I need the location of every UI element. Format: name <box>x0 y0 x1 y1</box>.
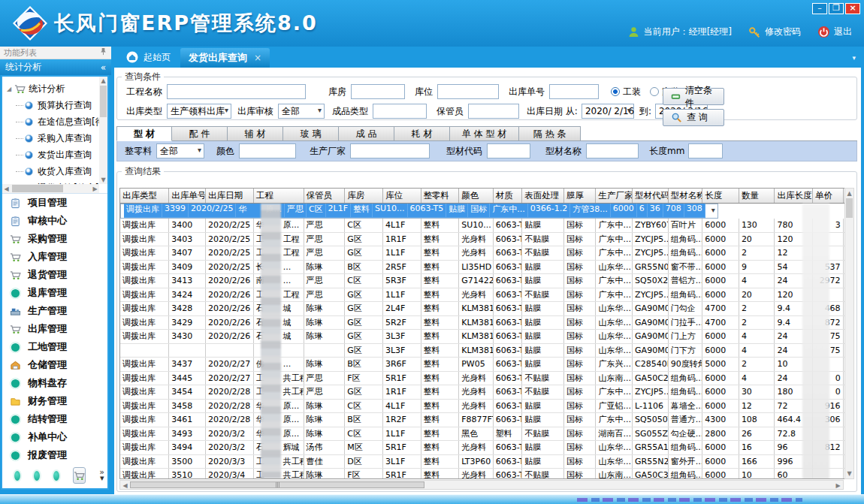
scrollbar-thumb[interactable] <box>100 86 107 117</box>
scroll-right-icon[interactable]: ▶ <box>834 481 842 490</box>
tab-home[interactable]: 起始页 <box>116 47 180 68</box>
table-row[interactable]: 调拨出库34092020/2/25长...陈琳B区2R5F整料LI35HD606… <box>120 260 847 274</box>
column-header[interactable]: 膜厚 <box>563 189 596 203</box>
location-input[interactable] <box>437 84 499 99</box>
material-tab-3[interactable]: 辅 材 <box>228 126 283 141</box>
column-header[interactable]: 出库日期 <box>205 189 253 203</box>
table-row[interactable]: 调拨出库34072020/2/25工工程严思G区1L1F整料光身料6063-T5… <box>120 246 847 261</box>
sidebar-item-入库管理[interactable]: 入库管理 <box>2 248 107 266</box>
project-name-input[interactable] <box>167 84 306 99</box>
material-tab-6[interactable]: 耗 材 <box>394 126 450 141</box>
material-tab-1[interactable]: 型 材 <box>116 126 172 141</box>
table-row[interactable]: 调拨出库33992020/2/25华原...严思C区2L1F整料SU10...6… <box>120 204 718 219</box>
circle-icon[interactable] <box>34 471 40 481</box>
length-input[interactable] <box>688 143 723 158</box>
sidebar-item-审核中心[interactable]: 审核中心 <box>2 212 107 230</box>
column-header[interactable]: 长度 <box>702 189 739 203</box>
tree-item[interactable]: 发货出库查询 <box>7 146 107 163</box>
column-header[interactable]: 单价 <box>813 189 844 203</box>
pin-icon[interactable] <box>99 47 107 58</box>
sidebar-item-工地管理[interactable]: 工地管理 <box>2 338 107 356</box>
circle-icon[interactable] <box>14 471 20 481</box>
column-header[interactable]: 库房 <box>345 189 383 203</box>
column-header[interactable]: 型材代码 <box>633 189 669 203</box>
table-row[interactable]: 调拨出库34582020/2/28华原...陈琳C区4L1F整料光身料6063-… <box>120 399 847 413</box>
column-header[interactable]: 出库单号 <box>169 189 206 203</box>
column-header[interactable]: 生产厂家 <box>596 189 633 203</box>
collapse-icon[interactable]: « <box>101 62 106 73</box>
tab-active[interactable]: 发货出库查询 × <box>180 48 270 68</box>
material-tab-5[interactable]: 成 品 <box>339 126 394 141</box>
part-select[interactable]: 全部 <box>156 143 204 158</box>
table-row[interactable]: 调拨出库34932020/3/2华原...陈琳C区1L1F整料黑色塑料不贴膜国标… <box>120 427 847 441</box>
tab-list-caret-icon[interactable]: ▾ <box>852 54 856 62</box>
sidebar-item-采购管理[interactable]: 采购管理 <box>2 230 107 248</box>
table-row[interactable]: 调拨出库34942020/3/2石辉城汤伟M区5R1F整料光身料6063-T5贴… <box>120 441 847 455</box>
table-row[interactable]: 调拨出库34292020/2/26石城陈琳G区5R2F整料KLM38176063… <box>120 315 847 330</box>
scrollbar-thumb[interactable] <box>12 185 63 192</box>
profile-code-input[interactable] <box>487 143 530 158</box>
tree-item[interactable]: 在途信息查询[待 <box>7 113 107 130</box>
minimize-button[interactable]: – <box>812 3 827 14</box>
table-row[interactable]: 调拨出库35002020/3/3工共工程曹佳D区3L1F整料LT3P606063… <box>120 454 847 469</box>
audit-select[interactable]: 全部 <box>278 104 325 119</box>
cart-button[interactable] <box>73 467 86 484</box>
table-row[interactable]: 调拨出库34132020/2/26南...严思C区5R3F整料G71422606… <box>120 274 847 288</box>
sidebar-item-补单中心[interactable]: 补单中心 <box>2 428 107 446</box>
sidebar-item-报废管理[interactable]: 报废管理 <box>2 446 107 464</box>
column-header[interactable]: 整零料 <box>421 189 459 203</box>
table-row[interactable]: 调拨出库34002020/2/25华原...严思C区4L1F整料SU10...6… <box>120 219 847 233</box>
scrollbar-thumb[interactable] <box>130 481 424 488</box>
table-row[interactable]: 调拨出库34032020/2/25工工程严思G区1R1F整料光身料6063-T5… <box>120 232 847 246</box>
tree-item[interactable]: 预算执行查询 <box>7 97 107 113</box>
column-header[interactable]: 型材名称 <box>668 189 702 203</box>
overflow-chevron[interactable]: »▾ <box>99 469 104 481</box>
close-button[interactable]: × <box>845 3 860 14</box>
tree-root-item[interactable]: ◢统计分析 <box>7 80 107 97</box>
column-header[interactable]: 材质 <box>493 189 521 203</box>
warehouse-input[interactable] <box>351 84 405 99</box>
maker-input[interactable] <box>350 143 430 158</box>
column-header[interactable]: 数量 <box>739 189 775 203</box>
column-header[interactable]: 工程 <box>253 189 304 203</box>
column-header[interactable]: 库位 <box>382 189 421 203</box>
table-row[interactable]: 调拨出库34242020/2/26工工程严思G区1L1F整料光身料6063-T5… <box>120 288 847 302</box>
sidebar-item-出库管理[interactable]: 出库管理 <box>2 320 107 338</box>
sidebar-item-生产管理[interactable]: 生产管理 <box>2 302 107 320</box>
scroll-up-icon[interactable]: ▲ <box>845 189 853 198</box>
column-header[interactable]: 保管员 <box>304 189 345 203</box>
date-from-select[interactable]: 2020/ 2/16 <box>582 104 634 119</box>
circle-icon[interactable] <box>53 471 59 481</box>
sidebar-item-项目管理[interactable]: 项目管理 <box>2 194 107 212</box>
column-header[interactable]: 出库长度 <box>775 189 813 203</box>
sidebar-item-结转管理[interactable]: 结转管理 <box>2 410 107 428</box>
grid-vertical-scrollbar[interactable]: ▲ ▼ <box>844 188 854 479</box>
scroll-down-icon[interactable]: ▼ <box>99 176 107 184</box>
color-input[interactable] <box>239 143 296 158</box>
sidebar-item-财务管理[interactable]: 财务管理 <box>2 392 107 410</box>
material-tab-2[interactable]: 配 件 <box>172 126 228 141</box>
expander-icon[interactable]: ◢ <box>7 86 11 92</box>
sidebar-item-退货管理[interactable]: 退货管理 <box>2 266 107 284</box>
profile-name-input[interactable] <box>586 143 639 158</box>
sidebar-item-仓储管理[interactable]: 仓储管理 <box>2 356 107 374</box>
order-no-input[interactable] <box>549 84 599 99</box>
radio-gongzhuang[interactable]: 工装 <box>611 86 641 98</box>
table-row[interactable]: 调拨出库34612020/2/28华原...陈琳B区1R2F整料F8877FT6… <box>120 413 847 427</box>
table-row[interactable]: 调拨出库34452020/2/27工共工程严思F区5R1F整料光身料6063-T… <box>120 371 847 385</box>
tree-horizontal-scrollbar[interactable]: ◀ ▶ <box>2 184 99 193</box>
scroll-down-icon[interactable]: ▼ <box>845 469 853 478</box>
scroll-right-icon[interactable]: ▶ <box>91 185 99 193</box>
material-tab-8[interactable]: 隔 热 条 <box>519 126 581 141</box>
scroll-left-icon[interactable]: ◀ <box>2 185 11 193</box>
table-row[interactable]: G区3L3F整料KLM38176063-T5贴膜国标山东华...GA90M09.… <box>120 343 847 358</box>
scroll-left-icon[interactable]: ◀ <box>121 481 129 490</box>
material-tab-4[interactable]: 玻 璃 <box>283 126 339 141</box>
out-type-select[interactable]: 生产领料出库 <box>167 104 231 119</box>
sidebar-item-物料盘存[interactable]: 物料盘存 <box>2 374 107 392</box>
table-row[interactable]: 调拨出库34282020/2/26石城陈琳G区2L4F整料KLM38176063… <box>120 302 847 316</box>
column-header[interactable]: 出库类型 <box>120 189 169 203</box>
keeper-input[interactable] <box>468 104 519 119</box>
scroll-up-icon[interactable]: ▲ <box>99 77 107 85</box>
table-row[interactable]: 调拨出库34372020/2/27佛...陈琳B区3R6F整料PW056063-… <box>120 358 847 372</box>
